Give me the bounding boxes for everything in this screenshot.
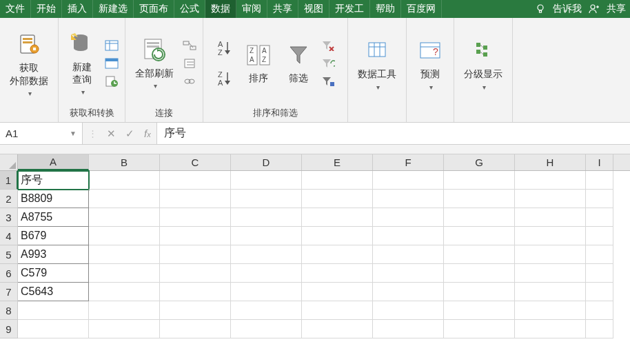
cell-B5[interactable] (89, 245, 160, 264)
cell-G5[interactable] (444, 245, 515, 264)
cell-C9[interactable] (160, 320, 231, 338)
clear-filter-button[interactable] (321, 38, 336, 53)
cell-I5[interactable] (586, 245, 613, 264)
cell-D3[interactable] (231, 208, 302, 227)
cell-I2[interactable] (586, 190, 613, 208)
cell-I6[interactable] (586, 264, 613, 283)
edit-links-button[interactable] (182, 74, 197, 89)
cell-B7[interactable] (89, 283, 160, 301)
cell-D8[interactable] (231, 301, 302, 320)
cell-A7[interactable]: C5643 (18, 283, 89, 301)
cell-F5[interactable] (373, 245, 444, 264)
recent-sources-button[interactable] (104, 74, 119, 89)
cell-F2[interactable] (373, 190, 444, 208)
outline-button[interactable]: 分级显示 ▾ (460, 36, 507, 92)
cell-H1[interactable] (515, 171, 586, 190)
cell-E6[interactable] (302, 264, 373, 283)
formula-input[interactable]: 序号 (157, 123, 630, 144)
cell-H3[interactable] (515, 208, 586, 227)
cell-I9[interactable] (586, 320, 613, 338)
cell-A5[interactable]: A993 (18, 245, 89, 264)
cell-F9[interactable] (373, 320, 444, 338)
row-header-8[interactable]: 8 (0, 301, 18, 320)
menu-insert[interactable]: 插入 (62, 0, 93, 18)
sort-button[interactable]: ZAAZ 排序 (241, 40, 276, 85)
cell-H4[interactable] (515, 227, 586, 245)
cell-A9[interactable] (18, 320, 89, 338)
forecast-button[interactable]: ? 预测 ▾ (412, 36, 448, 92)
get-external-data-button[interactable]: 获取 外部数据 ▾ (6, 30, 52, 98)
sort-descending-button[interactable]: ZA (216, 69, 236, 88)
col-header-G[interactable]: G (444, 154, 515, 170)
tell-me-label[interactable]: 告诉我 (553, 3, 582, 15)
cell-H8[interactable] (515, 301, 586, 320)
cell-A6[interactable]: C579 (18, 264, 89, 283)
menu-developer[interactable]: 开发工 (329, 0, 370, 18)
cell-A2[interactable]: B8809 (18, 190, 89, 208)
cell-D4[interactable] (231, 227, 302, 245)
col-header-I[interactable]: I (586, 154, 613, 170)
cell-H2[interactable] (515, 190, 586, 208)
cell-F1[interactable] (373, 171, 444, 190)
cell-A1[interactable]: 序号 (18, 171, 89, 190)
cell-C1[interactable] (160, 171, 231, 190)
col-header-F[interactable]: F (373, 154, 444, 170)
cell-F8[interactable] (373, 301, 444, 320)
col-header-E[interactable]: E (302, 154, 373, 170)
show-queries-button[interactable] (104, 38, 119, 53)
cell-B4[interactable] (89, 227, 160, 245)
menu-new-tab[interactable]: 新建选 (93, 0, 134, 18)
row-header-2[interactable]: 2 (0, 190, 18, 208)
cell-E3[interactable] (302, 208, 373, 227)
cell-E8[interactable] (302, 301, 373, 320)
col-header-H[interactable]: H (515, 154, 586, 170)
row-header-9[interactable]: 9 (0, 320, 18, 338)
cell-D1[interactable] (231, 171, 302, 190)
col-header-D[interactable]: D (231, 154, 302, 170)
col-header-B[interactable]: B (89, 154, 160, 170)
cell-D9[interactable] (231, 320, 302, 338)
menu-formulas[interactable]: 公式 (174, 0, 205, 18)
cell-F4[interactable] (373, 227, 444, 245)
connections-button[interactable] (182, 38, 197, 53)
row-header-1[interactable]: 1 (0, 171, 18, 190)
cell-D6[interactable] (231, 264, 302, 283)
cell-H6[interactable] (515, 264, 586, 283)
data-tools-button[interactable]: 数据工具 ▾ (354, 36, 400, 92)
cell-H5[interactable] (515, 245, 586, 264)
cell-I8[interactable] (586, 301, 613, 320)
cell-G6[interactable] (444, 264, 515, 283)
cell-E4[interactable] (302, 227, 373, 245)
col-header-C[interactable]: C (160, 154, 231, 170)
cell-I3[interactable] (586, 208, 613, 227)
cell-G1[interactable] (444, 171, 515, 190)
select-all-corner[interactable] (0, 154, 18, 170)
properties-button[interactable] (182, 56, 197, 71)
menu-file[interactable]: 文件 (0, 0, 31, 18)
cell-A4[interactable]: B679 (18, 227, 89, 245)
menu-baidu[interactable]: 百度网 (401, 0, 442, 18)
cell-D5[interactable] (231, 245, 302, 264)
row-header-3[interactable]: 3 (0, 208, 18, 227)
col-header-A[interactable]: A (18, 154, 89, 170)
cell-C8[interactable] (160, 301, 231, 320)
cell-E1[interactable] (302, 171, 373, 190)
share-label[interactable]: 共享 (607, 3, 626, 15)
cell-C5[interactable] (160, 245, 231, 264)
cell-H7[interactable] (515, 283, 586, 301)
row-header-7[interactable]: 7 (0, 283, 18, 301)
cell-C2[interactable] (160, 190, 231, 208)
menu-view[interactable]: 视图 (298, 0, 329, 18)
cell-B9[interactable] (89, 320, 160, 338)
cell-I4[interactable] (586, 227, 613, 245)
cell-E7[interactable] (302, 283, 373, 301)
menu-home[interactable]: 开始 (31, 0, 62, 18)
filter-button[interactable]: 筛选 (281, 40, 316, 85)
cell-C4[interactable] (160, 227, 231, 245)
new-query-button[interactable]: 新建 查询 ▾ (64, 29, 100, 97)
cell-C6[interactable] (160, 264, 231, 283)
menu-share[interactable]: 共享 (267, 0, 298, 18)
cell-B2[interactable] (89, 190, 160, 208)
cell-G2[interactable] (444, 190, 515, 208)
cell-E2[interactable] (302, 190, 373, 208)
